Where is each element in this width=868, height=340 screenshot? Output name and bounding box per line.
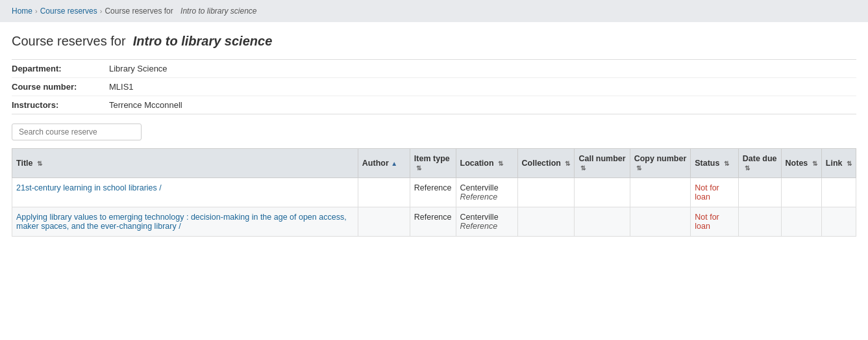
item-copy-number <box>630 178 691 207</box>
item-collection <box>517 207 575 237</box>
item-link-cell <box>821 178 856 207</box>
breadcrumb-home[interactable]: Home <box>12 7 32 16</box>
info-section: Department: Library Science Course numbe… <box>12 59 856 114</box>
col-header-title[interactable]: Title ⇅ <box>12 149 358 178</box>
sort-icon-copy-number: ⇅ <box>636 164 641 172</box>
sort-icon-date-due: ⇅ <box>745 164 750 172</box>
item-call-number <box>575 207 630 237</box>
location-sub: Reference <box>460 192 498 202</box>
instructors-label: Instructors: <box>12 100 109 110</box>
col-header-notes[interactable]: Notes ⇅ <box>781 149 821 178</box>
breadcrumb-sep-2: › <box>100 7 103 15</box>
page-title-prefix: Course reserves for <box>12 34 126 48</box>
col-header-link[interactable]: Link ⇅ <box>821 149 856 178</box>
breadcrumb: Home › Course reserves › Course reserves… <box>0 0 868 22</box>
table-body: 21st-century learning in school librarie… <box>12 178 856 237</box>
sort-icon-notes: ⇅ <box>812 160 817 167</box>
item-call-number <box>575 178 630 207</box>
instructors-value: Terrence Mcconnell <box>109 100 182 110</box>
status-badge: Not for loan <box>695 213 719 231</box>
item-title-link[interactable]: 21st-century learning in school librarie… <box>16 183 162 192</box>
page-course-name: Intro to library science <box>133 34 273 48</box>
sort-icon-title: ⇅ <box>37 160 42 167</box>
course-number-label: Course number: <box>12 82 109 92</box>
item-type: Reference <box>410 178 456 207</box>
item-type: Reference <box>410 207 456 237</box>
table-header-row: Title ⇅ Author ▲ Item type ⇅ Locat <box>12 149 856 178</box>
col-header-call-number[interactable]: Call number ⇅ <box>575 149 630 178</box>
item-status: Not for loan <box>691 178 739 207</box>
item-status: Not for loan <box>691 207 739 237</box>
location-main: Centerville <box>460 183 499 192</box>
table-row: Applying library values to emerging tech… <box>12 207 856 237</box>
status-badge: Not for loan <box>695 183 719 202</box>
col-header-date-due[interactable]: Date due ⇅ <box>738 149 781 178</box>
breadcrumb-course-name: Intro to library science <box>180 7 256 16</box>
info-row-department: Department: Library Science <box>12 60 856 78</box>
search-bar-wrapper <box>12 124 856 140</box>
item-date-due <box>738 178 781 207</box>
col-header-item-type[interactable]: Item type ⇅ <box>410 149 456 178</box>
page-wrapper: Home › Course reserves › Course reserves… <box>0 0 868 340</box>
location-main: Centerville <box>460 213 499 222</box>
department-label: Department: <box>12 64 109 73</box>
col-header-copy-number[interactable]: Copy number ⇅ <box>630 149 691 178</box>
col-header-collection[interactable]: Collection ⇅ <box>517 149 575 178</box>
item-collection <box>517 178 575 207</box>
item-date-due <box>738 207 781 237</box>
breadcrumb-course-reserves[interactable]: Course reserves <box>40 7 97 16</box>
col-header-author[interactable]: Author ▲ <box>358 149 410 178</box>
sort-icon-link: ⇅ <box>847 160 852 167</box>
col-header-location[interactable]: Location ⇅ <box>456 149 517 178</box>
item-notes <box>781 178 821 207</box>
breadcrumb-sep-1: › <box>35 7 38 15</box>
main-content: Course reserves for Intro to library sci… <box>0 22 868 248</box>
breadcrumb-current-label: Course reserves for <box>105 7 173 16</box>
sort-icon-location: ⇅ <box>498 160 503 167</box>
sort-icon-status: ⇅ <box>724 160 729 167</box>
item-link-cell <box>821 207 856 237</box>
location-sub: Reference <box>460 222 498 231</box>
department-value: Library Science <box>109 64 167 73</box>
sort-icon-collection: ⇅ <box>565 160 570 167</box>
item-author <box>358 178 410 207</box>
item-location: CentervilleReference <box>456 178 517 207</box>
info-row-instructors: Instructors: Terrence Mcconnell <box>12 96 856 114</box>
col-header-status[interactable]: Status ⇅ <box>691 149 739 178</box>
course-number-value: MLIS1 <box>109 82 134 92</box>
sort-icon-author: ▲ <box>391 160 397 167</box>
info-row-course-number: Course number: MLIS1 <box>12 78 856 96</box>
item-notes <box>781 207 821 237</box>
item-location: CentervilleReference <box>456 207 517 237</box>
sort-icon-call-number: ⇅ <box>580 164 586 172</box>
table-row: 21st-century learning in school librarie… <box>12 178 856 207</box>
sort-icon-item-type: ⇅ <box>416 164 421 172</box>
search-input[interactable] <box>12 124 142 140</box>
reserves-table: Title ⇅ Author ▲ Item type ⇅ Locat <box>12 148 856 237</box>
page-title: Course reserves for Intro to library sci… <box>12 34 856 49</box>
item-author <box>358 207 410 237</box>
item-title-link[interactable]: Applying library values to emerging tech… <box>16 213 347 231</box>
item-copy-number <box>630 207 691 237</box>
